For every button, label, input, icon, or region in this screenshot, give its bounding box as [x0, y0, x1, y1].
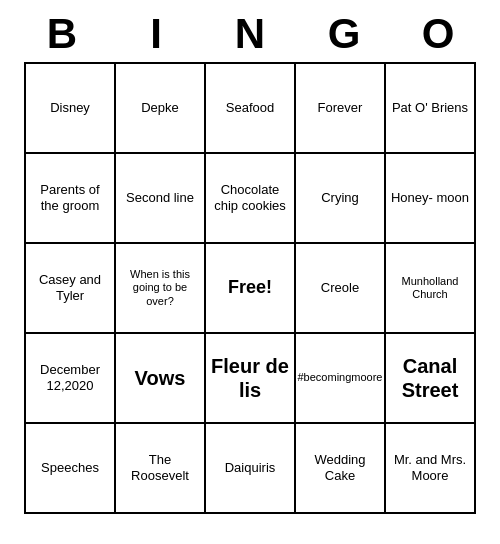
cell-2-3: Creole	[296, 244, 386, 334]
cell-3-2: Fleur de lis	[206, 334, 296, 424]
bingo-letter: N	[205, 10, 295, 58]
cell-2-2: Free!	[206, 244, 296, 334]
cell-2-4: Munholland Church	[386, 244, 476, 334]
cell-3-1: Vows	[116, 334, 206, 424]
cell-4-0: Speeches	[26, 424, 116, 514]
cell-4-4: Mr. and Mrs. Moore	[386, 424, 476, 514]
cell-1-3: Crying	[296, 154, 386, 244]
bingo-letter: B	[17, 10, 107, 58]
cell-3-3: #becomingmoore	[296, 334, 386, 424]
bingo-letter: I	[111, 10, 201, 58]
bingo-letter: O	[393, 10, 483, 58]
cell-3-0: December 12,2020	[26, 334, 116, 424]
cell-0-0: Disney	[26, 64, 116, 154]
cell-1-0: Parents of the groom	[26, 154, 116, 244]
cell-0-4: Pat O' Briens	[386, 64, 476, 154]
cell-4-2: Daiquiris	[206, 424, 296, 514]
cell-1-2: Chocolate chip cookies	[206, 154, 296, 244]
cell-0-1: Depke	[116, 64, 206, 154]
bingo-header: BINGO	[15, 10, 485, 58]
cell-1-4: Honey- moon	[386, 154, 476, 244]
cell-2-1: When is this going to be over?	[116, 244, 206, 334]
cell-0-2: Seafood	[206, 64, 296, 154]
bingo-letter: G	[299, 10, 389, 58]
cell-2-0: Casey and Tyler	[26, 244, 116, 334]
bingo-grid: DisneyDepkeSeafoodForeverPat O' BriensPa…	[24, 62, 476, 514]
cell-0-3: Forever	[296, 64, 386, 154]
cell-4-3: Wedding Cake	[296, 424, 386, 514]
cell-3-4: Canal Street	[386, 334, 476, 424]
cell-4-1: The Roosevelt	[116, 424, 206, 514]
cell-1-1: Second line	[116, 154, 206, 244]
